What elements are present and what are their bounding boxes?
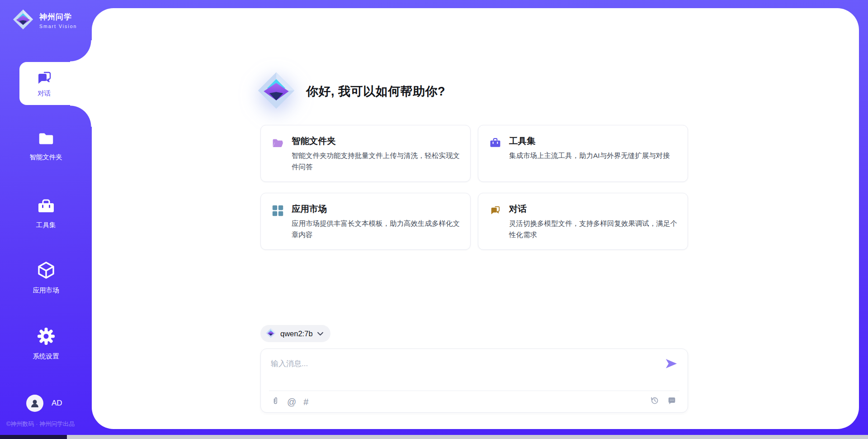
greeting-text: 你好, 我可以如何帮助你? xyxy=(306,83,445,100)
topic-button[interactable]: # xyxy=(303,396,308,407)
attach-file-button[interactable] xyxy=(271,396,280,408)
card-title: 对话 xyxy=(509,203,527,215)
sidebar-item-label: 工具集 xyxy=(36,221,56,229)
at-icon: @ xyxy=(287,396,296,407)
assistant-logo-icon xyxy=(257,72,295,111)
greeting: 你好, 我可以如何帮助你? xyxy=(257,72,445,111)
copyright: ©神州数码 · 神州问学出品 xyxy=(6,420,75,428)
paperclip-icon xyxy=(271,396,280,408)
message-input[interactable] xyxy=(271,356,651,372)
feedback-chat-icon xyxy=(667,396,677,407)
horizontal-scrollbar-thumb[interactable] xyxy=(67,435,868,439)
active-tab-flare-top xyxy=(70,40,92,62)
card-title: 智能文件夹 xyxy=(292,135,336,147)
message-composer: @ # xyxy=(260,348,688,413)
card-toolset[interactable]: 工具集 集成市场上主流工具，助力AI与外界无缝扩展与对接 xyxy=(478,125,688,182)
model-selector[interactable]: qwen2:7b xyxy=(260,325,330,342)
active-tab-flare-bottom xyxy=(70,105,92,127)
card-description: 集成市场上主流工具，助力AI与外界无缝扩展与对接 xyxy=(509,150,677,161)
sidebar: 神州问学 Smart Vision 对话 智能文件夹 xyxy=(0,0,92,439)
feature-cards: 智能文件夹 智能文件夹功能支持批量文件上传与清洗，轻松实现文件问答 工具集 集成… xyxy=(260,125,688,250)
sidebar-item-label: 对话 xyxy=(38,89,51,98)
model-name: qwen2:7b xyxy=(280,329,313,338)
blocks-icon xyxy=(272,205,284,219)
card-description: 灵活切换多模型文件，支持多样回复效果调试，满足个性化需求 xyxy=(509,218,677,240)
chat-icon xyxy=(489,205,501,219)
folder-icon xyxy=(37,130,55,148)
sidebar-item-chat[interactable]: 对话 xyxy=(19,62,95,105)
gear-icon xyxy=(37,327,56,348)
horizontal-scrollbar-track[interactable] xyxy=(0,435,868,439)
feedback-button[interactable] xyxy=(667,396,677,407)
brand: 神州问学 Smart Vision xyxy=(13,9,77,32)
card-description: 应用市场提供丰富长文本模板，助力高效生成多样化文章内容 xyxy=(292,218,460,240)
composer-divider xyxy=(269,391,679,391)
mention-button[interactable]: @ xyxy=(287,396,296,407)
card-app-market[interactable]: 应用市场 应用市场提供丰富长文本模板，助力高效生成多样化文章内容 xyxy=(260,193,471,250)
sidebar-item-label: 智能文件夹 xyxy=(29,153,62,162)
main-panel: 你好, 我可以如何帮助你? 智能文件夹 智能文件夹功能支持批量文件上传与清洗，轻… xyxy=(92,8,859,429)
composer-tools: @ # xyxy=(271,396,308,408)
avatar xyxy=(26,395,43,412)
hash-icon: # xyxy=(303,396,308,407)
sidebar-item-settings[interactable]: 系统设置 xyxy=(0,327,92,361)
history-icon xyxy=(650,396,660,407)
brand-logo-icon xyxy=(13,9,33,32)
user-name: AD xyxy=(52,399,62,408)
folder-open-icon xyxy=(272,137,284,151)
briefcase-icon xyxy=(489,137,501,151)
card-title: 工具集 xyxy=(509,135,536,147)
send-icon xyxy=(665,364,678,371)
composer-right-tools xyxy=(650,396,677,407)
chevron-down-icon xyxy=(317,330,323,337)
sidebar-item-toolset[interactable]: 工具集 xyxy=(0,197,92,229)
sidebar-item-label: 系统设置 xyxy=(33,352,59,361)
brand-subtitle: Smart Vision xyxy=(39,24,77,29)
card-title: 应用市场 xyxy=(292,203,327,215)
model-logo-icon xyxy=(266,328,276,339)
toolbox-icon xyxy=(37,197,56,216)
card-description: 智能文件夹功能支持批量文件上传与清洗，轻松实现文件问答 xyxy=(292,150,460,172)
brand-name: 神州问学 xyxy=(39,12,77,22)
history-button[interactable] xyxy=(650,396,660,407)
sidebar-item-smart-folder[interactable]: 智能文件夹 xyxy=(0,130,92,162)
sidebar-item-app-market[interactable]: 应用市场 xyxy=(0,261,92,295)
sidebar-item-label: 应用市场 xyxy=(33,286,59,295)
brand-text: 神州问学 Smart Vision xyxy=(39,12,77,29)
card-chat[interactable]: 对话 灵活切换多模型文件，支持多样回复效果调试，满足个性化需求 xyxy=(478,193,688,250)
user-profile[interactable]: AD xyxy=(26,395,62,412)
card-smart-folder[interactable]: 智能文件夹 智能文件夹功能支持批量文件上传与清洗，轻松实现文件问答 xyxy=(260,125,471,182)
app-window: 神州问学 Smart Vision 对话 智能文件夹 xyxy=(0,0,868,439)
chat-icon xyxy=(35,69,53,89)
send-button[interactable] xyxy=(665,358,678,371)
cube-icon xyxy=(37,261,56,282)
